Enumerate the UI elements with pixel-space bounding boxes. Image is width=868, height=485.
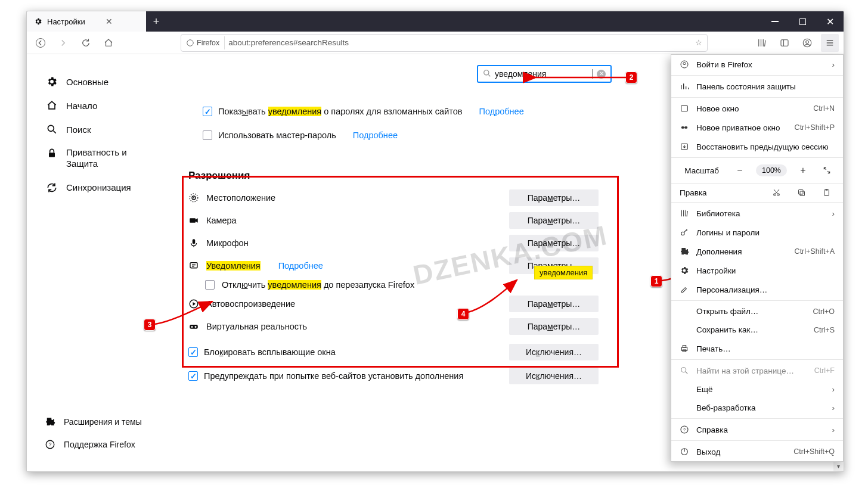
menu-find[interactable]: Найти на этой странице…Ctrl+F [671,361,843,380]
zoom-in-button[interactable]: + [795,163,811,178]
option-label: Блокировать всплывающие окна [204,347,336,357]
learn-more-link[interactable]: Подробнее [479,107,524,116]
sidebar-item-privacy[interactable]: Приватность и Защита [44,141,179,176]
help-icon: ? [680,425,689,434]
mic-settings-button[interactable]: Параметры… [509,235,599,251]
address-bar[interactable]: Firefox about:preferences#searchResults … [181,34,708,52]
svg-rect-22 [681,105,688,111]
chevron-right-icon: › [832,425,835,434]
account-icon [680,60,689,69]
svg-rect-14 [193,239,196,244]
nav-forward-button[interactable] [54,34,72,52]
chart-icon [680,82,689,91]
sidebar-item-support[interactable]: ? Поддержка Firefox [42,433,144,456]
svg-point-9 [484,70,489,74]
menu-more[interactable]: Ещё› [671,380,843,399]
svg-rect-30 [824,190,829,196]
paste-button[interactable] [818,188,835,197]
sidebar-item-label: Синхронизация [66,182,131,192]
menu-open-file[interactable]: Открыть файл…Ctrl+O [671,302,843,321]
checkbox-master-password[interactable] [203,130,212,140]
menu-help[interactable]: ?Справка› [671,420,843,439]
autoplay-settings-button[interactable]: Параметры… [509,296,599,312]
menu-personalize[interactable]: Персонализация… [671,280,843,299]
home-button[interactable] [100,34,117,52]
svg-rect-29 [798,190,803,195]
zoom-out-button[interactable]: − [732,163,748,178]
bookmark-star-icon[interactable]: ☆ [695,38,702,47]
preferences-search-input[interactable]: уведомления ✕ [477,65,612,83]
checkbox-warn-addons[interactable] [188,371,198,381]
lock-icon [46,147,58,159]
menu-print[interactable]: Печать… [671,339,843,358]
svg-point-0 [36,38,45,47]
vr-settings-button[interactable]: Параметры… [509,318,599,335]
nav-back-button[interactable] [32,34,49,52]
camera-settings-button[interactable]: Параметры… [509,212,599,229]
checkbox-show-notifications[interactable] [203,107,212,116]
sidebar-item-label: Приватность и Защита [66,147,127,170]
checkbox-block-popups[interactable] [188,347,198,357]
popup-exceptions-button[interactable]: Исключения… [509,344,599,360]
menu-logins[interactable]: Логины и пароли [671,223,843,242]
sync-icon [46,182,58,194]
menu-library[interactable]: Библиотека› [671,204,843,223]
zoom-level-label[interactable]: 100% [756,164,787,176]
svg-rect-28 [800,191,805,196]
microphone-icon [188,238,199,248]
sidebar-item-search[interactable]: Поиск [44,117,179,141]
learn-more-link[interactable]: Подробнее [353,130,398,140]
section-title: Разрешения [188,170,599,182]
copy-button[interactable] [793,188,810,197]
option-label: Использовать мастер-пароль [218,130,336,140]
chevron-right-icon: › [832,60,835,69]
svg-point-23 [681,126,684,129]
menu-new-private-window[interactable]: Новое приватное окноCtrl+Shift+P [671,118,843,137]
sidebar-item-extensions[interactable]: Расширения и темы [42,411,144,433]
fullscreen-button[interactable] [819,163,835,178]
checkbox-pause-notifications[interactable] [205,280,215,290]
home-icon [46,100,58,111]
new-tab-button[interactable]: + [146,11,166,32]
menu-protection-dashboard[interactable]: Панель состояния защиты [671,77,843,96]
cut-button[interactable] [768,188,785,197]
learn-more-link[interactable]: Подробнее [278,261,323,271]
menu-save-as[interactable]: Сохранить как…Ctrl+S [671,321,843,339]
menu-webdev[interactable]: Веб-разработка› [671,399,843,417]
perm-label: Уведомления [206,261,261,271]
svg-point-21 [683,63,686,65]
svg-point-24 [684,126,687,129]
svg-rect-17 [190,325,198,329]
menu-edit-row: Правка [671,185,843,201]
account-button[interactable] [798,34,816,52]
site-identity-chip[interactable]: Firefox [186,36,225,49]
menu-settings[interactable]: Настройки [671,261,843,280]
window-maximize-button[interactable] [789,11,816,32]
search-clear-icon[interactable]: ✕ [597,70,606,79]
app-menu-button[interactable] [821,34,839,52]
window-minimize-button[interactable] [761,11,789,32]
chevron-right-icon: › [832,403,835,412]
browser-tab[interactable]: Настройки ✕ [27,11,146,32]
menu-new-window[interactable]: Новое окноCtrl+N [671,99,843,118]
notification-settings-button[interactable]: Параметры… [509,257,599,274]
window-close-button[interactable]: ✕ [816,11,844,32]
menu-signin[interactable]: Войти в Firefox› [671,55,843,74]
addon-exceptions-button[interactable]: Исключения… [509,368,599,384]
sidebar-item-sync[interactable]: Синхронизация [44,176,179,200]
scroll-down-icon[interactable]: ▾ [833,461,844,471]
menu-exit[interactable]: ВыходCtrl+Shift+Q [671,442,843,461]
sidebar-item-general[interactable]: Основные [44,70,179,94]
perm-label: Местоположение [206,193,275,203]
menu-addons[interactable]: ДополненияCtrl+Shift+A [671,242,843,261]
sidebar-button[interactable] [776,34,793,52]
option-label: Отключить уведомления до перезапуска Fir… [222,280,414,290]
library-button[interactable] [753,34,771,52]
tab-close-icon[interactable]: ✕ [106,17,113,26]
menu-restore-session[interactable]: Восстановить предыдущую сессию [671,137,843,156]
svg-point-32 [681,232,684,235]
location-settings-button[interactable]: Параметры… [509,189,599,206]
sidebar-item-home[interactable]: Начало [44,94,179,117]
reload-button[interactable] [77,34,95,52]
site-identity-label: Firefox [197,39,219,47]
